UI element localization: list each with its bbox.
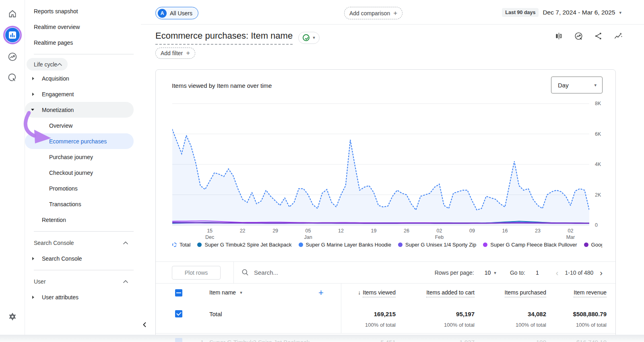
metric-header-label: Items added to cart: [426, 289, 475, 297]
sidebar-item-ecommerce-purchases[interactable]: Ecommerce purchases: [25, 133, 134, 149]
x-tick-day: 29: [266, 228, 284, 234]
search-icon: [241, 268, 249, 276]
sidebar-item-retention[interactable]: Retention: [25, 212, 141, 228]
granularity-select[interactable]: Day ▾: [551, 77, 603, 93]
sidebar-item-monetization[interactable]: Monetization: [25, 102, 134, 118]
y-tick-label: 2K: [595, 192, 611, 198]
prev-page-icon[interactable]: ‹: [553, 268, 562, 278]
chevron-up-icon: [123, 280, 128, 283]
triangle-right-icon: [32, 296, 34, 299]
sidebar-item-overview[interactable]: Overview: [25, 118, 141, 133]
sidebar-section-life-cycle[interactable]: Life cycle: [27, 58, 68, 70]
check-circle-icon: [303, 34, 310, 41]
table-row[interactable]: 1 Super G Timbuk2 Spire Jet Backpack 5,4…: [156, 334, 615, 342]
metric-header-items-viewed[interactable]: ↓Items viewed: [341, 284, 396, 297]
date-range-picker[interactable]: Last 90 days Dec 7, 2024 - Mar 6, 2025 ▾: [502, 8, 621, 17]
segment-all-users-pill[interactable]: A All Users: [155, 7, 198, 19]
data-quality-badge[interactable]: ▾: [298, 32, 320, 44]
legend-dot-icon: [197, 243, 202, 247]
share-icon[interactable]: [594, 31, 603, 42]
rows-per-page-value[interactable]: 10: [485, 269, 491, 276]
sidebar-item-label: Overview: [49, 122, 72, 129]
x-tick-label: 02Mar: [561, 228, 579, 240]
table-search: [241, 266, 343, 279]
x-tick-day: 15: [201, 228, 219, 234]
add-column-icon[interactable]: +: [318, 288, 324, 298]
sidebar-item-promotions[interactable]: Promotions: [25, 180, 141, 196]
sidebar-item-label: Ecommerce purchases: [49, 138, 107, 145]
select-all-checkbox[interactable]: [175, 289, 182, 296]
sidebar-divider: [34, 231, 134, 232]
totals-checkbox[interactable]: [175, 310, 182, 317]
table-header-row: Item name ▾ + ↓Items viewedItems added t…: [156, 283, 615, 302]
dimension-header[interactable]: Item name ▾: [209, 289, 242, 296]
sidebar-item-checkout-journey[interactable]: Checkout journey: [25, 165, 141, 180]
sidebar-item-realtime-pages[interactable]: Realtime pages: [25, 35, 141, 50]
sidebar-item-reports-snapshot[interactable]: Reports snapshot: [25, 3, 141, 19]
chevron-down-icon: ▾: [619, 10, 621, 15]
x-tick-label: 26: [398, 228, 415, 234]
dimension-header-label: Item name: [209, 289, 236, 296]
total-metric-value: 169,215: [341, 305, 396, 317]
explore-report-icon[interactable]: [574, 31, 583, 42]
section-label: User: [34, 278, 46, 285]
date-range-text: Dec 7, 2024 - Mar 6, 2025: [543, 9, 615, 16]
search-input[interactable]: [254, 266, 343, 279]
add-comparison-button[interactable]: Add comparison +: [344, 7, 402, 19]
chevron-down-icon: ▾: [313, 35, 315, 40]
y-tick-label: 0: [595, 222, 611, 228]
sidebar-item-purchase-journey[interactable]: Purchase journey: [25, 149, 141, 165]
add-filter-button[interactable]: Add filter +: [155, 48, 195, 59]
total-metric-value: 95,197: [396, 305, 475, 317]
home-icon[interactable]: [3, 4, 22, 23]
reports-nav-icon[interactable]: [3, 25, 22, 45]
sidebar-collapse-icon[interactable]: [142, 322, 630, 329]
segment-avatar: A: [158, 9, 167, 18]
sidebar-item-acquisition[interactable]: Acquisition: [25, 70, 141, 86]
app-rail: [0, 0, 25, 342]
plot-rows-button[interactable]: Plot rows: [172, 266, 221, 280]
chevron-down-icon[interactable]: ▾: [494, 270, 496, 276]
sidebar-section-user[interactable]: User: [27, 274, 134, 289]
advertising-nav-icon[interactable]: [3, 68, 22, 87]
sidebar-section-search-console[interactable]: Search Console: [27, 235, 134, 251]
x-tick-label: 22: [234, 228, 252, 234]
sidebar-divider: [34, 54, 134, 54]
next-page-icon[interactable]: ›: [597, 268, 606, 278]
x-tick-month: Mar: [561, 234, 579, 240]
sidebar-item-realtime-overview[interactable]: Realtime overview: [25, 19, 141, 35]
legend-item[interactable]: Super G Unisex 1/4 Sporty Zip: [398, 242, 476, 248]
legend-item[interactable]: Super G Timbuk2 Spire Jet Backpack: [197, 242, 291, 248]
legend-item[interactable]: Super G Marine Layer Banks Hoodie: [299, 242, 391, 248]
metric-header-item-revenue[interactable]: Item revenue: [546, 284, 607, 297]
table-toolbar: Plot rows Rows per page: 10 ▾ Go to: 1 ‹…: [156, 261, 615, 283]
sidebar-item-engagement[interactable]: Engagement: [25, 86, 141, 102]
comparison-icon[interactable]: [554, 31, 564, 42]
settings-gear-icon[interactable]: [3, 307, 22, 326]
go-to-value[interactable]: 1: [536, 269, 539, 276]
timeseries-chart[interactable]: [172, 100, 589, 225]
legend-label: Super G Unisex 1/4 Sporty Zip: [405, 242, 476, 248]
x-tick-day: 23: [529, 228, 547, 234]
legend-item[interactable]: Total: [172, 242, 190, 248]
legend-item[interactable]: Google Timb: [584, 242, 602, 248]
chart-title: Items viewed by Item name over time: [172, 82, 272, 89]
sidebar-item-label: User attributes: [42, 294, 78, 301]
sidebar-item-user-attributes[interactable]: User attributes: [25, 289, 141, 305]
main-content: A All Users Add comparison + Last 90 day…: [141, 0, 644, 342]
legend-item[interactable]: Super G Camp Fleece Black Pullover: [483, 242, 577, 248]
sort-descending-icon: ↓: [358, 289, 361, 296]
sidebar-item-search-console[interactable]: Search Console: [25, 251, 141, 266]
x-tick-label: 16: [496, 228, 514, 234]
sidebar-item-transactions[interactable]: Transactions: [25, 196, 141, 212]
metric-header-items-added-to-cart[interactable]: Items added to cart: [396, 284, 475, 297]
explore-nav-icon[interactable]: [3, 47, 22, 66]
insights-sparkle-icon[interactable]: [613, 31, 623, 42]
total-metric-value: $508,880.79: [546, 305, 607, 317]
x-tick-month: Dec: [201, 234, 219, 240]
metric-header-items-purchased[interactable]: Items purchased: [475, 284, 546, 297]
triangle-right-icon: [32, 257, 34, 260]
row-checkbox[interactable]: [175, 338, 182, 342]
metric-header-label: Items viewed: [363, 289, 396, 297]
chevron-up-icon: [123, 241, 128, 245]
